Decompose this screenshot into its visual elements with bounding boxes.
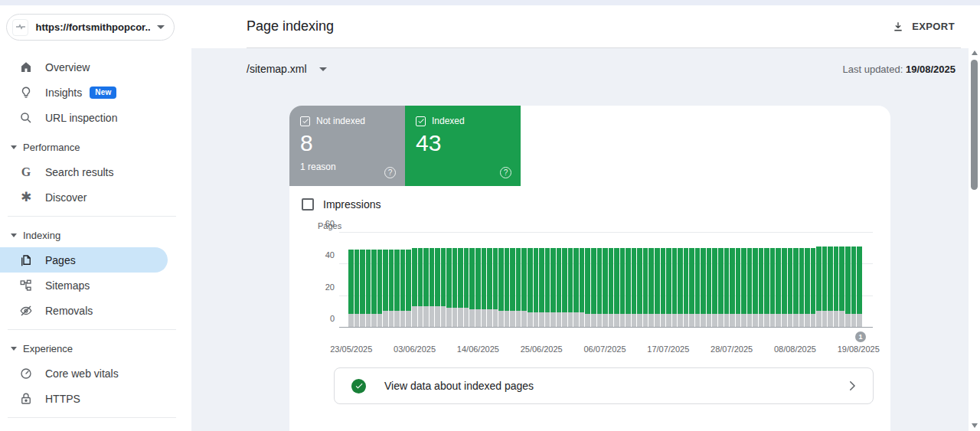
stacked-bar[interactable] [371,250,377,327]
stacked-bar[interactable] [736,248,741,327]
stacked-bar[interactable] [747,248,753,327]
stacked-bar[interactable] [597,248,603,327]
stacked-bar[interactable] [412,248,417,327]
stacked-bar[interactable] [730,248,735,327]
sidebar-item-url-inspection[interactable]: URL inspection [0,105,168,130]
stacked-bar[interactable] [394,250,400,327]
sidebar-item-https[interactable]: HTTPS [0,386,168,411]
sidebar-item-core-web-vitals[interactable]: Core web vitals [0,361,168,386]
sitemap-filter-dropdown[interactable]: /sitemap.xml [247,63,327,75]
stacked-bar[interactable] [528,248,533,327]
stacked-bar[interactable] [816,247,822,327]
stacked-bar[interactable] [759,248,764,327]
stacked-bar[interactable] [400,250,406,327]
stacked-bar[interactable] [521,248,527,327]
stacked-bar[interactable] [487,248,492,327]
stacked-bar[interactable] [655,248,660,327]
sidebar-item-insights[interactable]: Insights New [0,80,168,105]
stacked-bar[interactable] [718,248,724,327]
stacked-bar[interactable] [626,248,631,327]
stacked-bar[interactable] [782,248,787,327]
stacked-bar[interactable] [776,248,781,327]
stacked-bar[interactable] [430,248,435,327]
stacked-bar[interactable] [441,248,446,327]
stacked-bar[interactable] [435,248,440,327]
indexing-chart[interactable]: 1 6040200 [339,233,873,328]
stacked-bar[interactable] [684,248,689,327]
stacked-bar[interactable] [724,248,730,327]
property-selector[interactable]: https://fortsmithpopcor... [6,14,175,41]
stacked-bar[interactable] [557,248,562,327]
stacked-bar[interactable] [857,247,862,327]
sidebar-item-discover[interactable]: ✱ Discover [0,184,168,210]
stacked-bar[interactable] [741,248,746,327]
stacked-bar[interactable] [811,248,816,327]
stacked-bar[interactable] [770,248,776,327]
stacked-bar[interactable] [637,248,642,327]
indexed-summary-block[interactable]: Indexed 43 ? [405,106,521,186]
bar-series[interactable] [348,233,861,327]
stacked-bar[interactable] [568,248,573,327]
stacked-bar[interactable] [695,248,701,327]
scroll-down-arrow[interactable] [972,423,978,428]
stacked-bar[interactable] [498,248,504,327]
stacked-bar[interactable] [632,248,637,327]
stacked-bar[interactable] [389,250,394,327]
stacked-bar[interactable] [510,248,515,327]
stacked-bar[interactable] [678,248,683,327]
stacked-bar[interactable] [591,248,596,327]
stacked-bar[interactable] [764,248,769,327]
sidebar-item-search-results[interactable]: G Search results [0,159,168,184]
stacked-bar[interactable] [672,248,678,327]
stacked-bar[interactable] [452,248,458,327]
scrollbar-thumb[interactable] [971,60,978,190]
not-indexed-summary-block[interactable]: Not indexed 8 1 reason ? [289,106,405,186]
stacked-bar[interactable] [550,248,556,327]
stacked-bar[interactable] [458,248,463,327]
stacked-bar[interactable] [788,248,793,327]
stacked-bar[interactable] [851,247,857,327]
stacked-bar[interactable] [845,247,851,327]
stacked-bar[interactable] [707,248,712,327]
stacked-bar[interactable] [348,250,354,327]
stacked-bar[interactable] [377,250,383,327]
view-data-link[interactable]: View data about indexed pages [334,367,874,404]
stacked-bar[interactable] [366,250,371,327]
section-performance[interactable]: Performance [0,135,191,159]
stacked-bar[interactable] [822,247,828,327]
stacked-bar[interactable] [360,250,365,327]
stacked-bar[interactable] [620,248,626,327]
stacked-bar[interactable] [493,248,498,327]
stacked-bar[interactable] [423,248,429,327]
stacked-bar[interactable] [446,248,452,327]
export-button[interactable]: EXPORT [886,16,961,38]
stacked-bar[interactable] [354,250,360,327]
stacked-bar[interactable] [793,248,799,327]
stacked-bar[interactable] [661,248,666,327]
section-indexing[interactable]: Indexing [0,223,191,247]
stacked-bar[interactable] [805,248,810,327]
sidebar-item-sitemaps[interactable]: Sitemaps [0,273,168,298]
stacked-bar[interactable] [839,247,844,327]
stacked-bar[interactable] [562,248,567,327]
stacked-bar[interactable] [701,248,706,327]
sidebar-item-overview[interactable]: Overview [0,54,168,80]
stacked-bar[interactable] [614,248,619,327]
stacked-bar[interactable] [516,248,521,327]
stacked-bar[interactable] [648,248,654,327]
sidebar-item-pages[interactable]: Pages [0,247,168,273]
stacked-bar[interactable] [603,248,608,327]
stacked-bar[interactable] [609,248,614,327]
sidebar-item-removals[interactable]: Removals [0,298,168,323]
stacked-bar[interactable] [753,248,758,327]
help-icon[interactable]: ? [500,167,511,178]
stacked-bar[interactable] [418,248,423,327]
stacked-bar[interactable] [799,248,805,327]
stacked-bar[interactable] [828,247,833,327]
stacked-bar[interactable] [545,248,550,327]
stacked-bar[interactable] [666,248,671,327]
section-experience[interactable]: Experience [0,336,191,361]
stacked-bar[interactable] [383,250,388,327]
stacked-bar[interactable] [539,248,544,327]
impressions-checkbox[interactable] [302,198,314,211]
